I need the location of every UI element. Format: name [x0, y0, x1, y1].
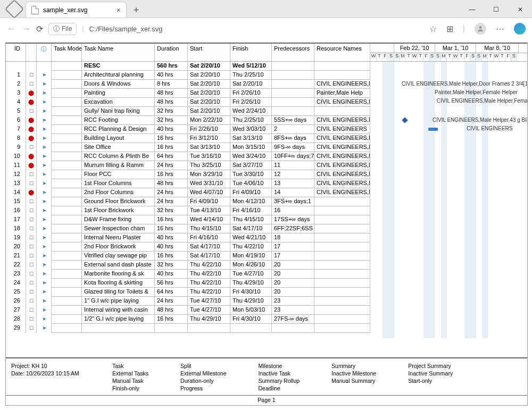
start-cell: Sat 2/20/10: [188, 98, 230, 107]
url-scheme-badge[interactable]: ⓘ File: [48, 23, 77, 35]
task-name-cell: Painting: [82, 89, 155, 98]
task-name-cell: [82, 324, 155, 333]
col-id[interactable]: ID: [6, 44, 26, 61]
favorite-icon[interactable]: ☆: [429, 24, 437, 34]
auto-indicator-icon: ☐: [29, 271, 34, 277]
browser-address-bar: ← → ⟳ ⓘ File | C:/Files/sample_xer.svg ☆…: [0, 18, 532, 39]
page-number: Page 1: [6, 395, 527, 403]
back-icon[interactable]: ←: [6, 23, 16, 35]
profile-avatar[interactable]: [475, 23, 486, 35]
finish-cell: Thu 4/29/10: [230, 279, 272, 288]
res-cell: [314, 197, 370, 206]
auto-indicator-icon: ☐: [29, 72, 34, 78]
finish-cell: Fri 2/26/10: [230, 98, 272, 107]
task-mode-icon: ➤: [42, 108, 46, 114]
task-mode-icon: ➤: [42, 180, 46, 186]
finish-cell: Mon 5/03/10: [230, 306, 272, 315]
res-cell: [314, 206, 370, 215]
duration-cell: 56 hrs: [155, 279, 188, 288]
start-cell: Fri 3/12/10: [188, 134, 230, 143]
gantt-body: CIVIL ENGINEERS,Male Helper,Door Frames …: [371, 62, 527, 338]
col-task-name[interactable]: Task Name: [82, 44, 155, 61]
duration-cell: 24 hrs: [155, 161, 188, 170]
row-id: 27: [6, 306, 26, 315]
start-cell: Mon 3/29/10: [188, 170, 230, 179]
extensions-icon[interactable]: ⊞: [446, 24, 453, 34]
task-mode-icon: ➤: [42, 72, 46, 78]
finish-cell: Fri 4/30/10: [230, 288, 272, 297]
day-label: W: [494, 53, 500, 61]
row-id: [6, 62, 26, 71]
url-text[interactable]: C:/Files/sample_xer.svg: [89, 25, 162, 33]
day-label: T: [447, 53, 453, 61]
duration-cell: 32 hrs: [155, 206, 188, 215]
auto-indicator-icon: ☐: [29, 244, 34, 249]
row-id: 13: [6, 179, 26, 188]
col-start[interactable]: Start: [188, 44, 230, 61]
task-name-cell: Vitrified clay sewage pip: [82, 252, 155, 261]
legend-item: Duration-only: [180, 378, 226, 384]
pred-cell: 20: [272, 279, 314, 288]
res-cell: CIVIL ENGINEERS,M: [314, 152, 370, 161]
new-tab-button[interactable]: +: [129, 3, 144, 18]
col-info[interactable]: ⓘ: [37, 44, 52, 61]
task-name-cell: Excavation: [82, 98, 155, 107]
task-mode-icon: ➤: [42, 216, 46, 222]
col-predecessors[interactable]: Predecessors: [272, 44, 314, 61]
finish-cell: Tue 4/27/10: [230, 270, 272, 279]
start-cell: Tue 4/27/10: [188, 297, 230, 306]
res-cell: [314, 71, 370, 80]
duration-cell: 64 hrs: [155, 152, 188, 161]
pred-cell: 17: [272, 242, 314, 252]
month-label: Feb 22, '10: [394, 44, 435, 53]
day-label: M: [400, 53, 406, 61]
start-cell: Wed 4/07/10: [188, 188, 230, 197]
row-id: 24: [6, 279, 26, 288]
finish-cell: Sat 2/20/10: [230, 80, 272, 89]
tab-close-icon[interactable]: ×: [117, 6, 121, 14]
duration-cell: 32 hrs: [155, 116, 188, 125]
res-cell: CIVIL ENGINEERS,M: [314, 80, 370, 89]
task-name-cell: Gully/ Nani trap fixing: [82, 107, 155, 116]
duration-cell: [155, 324, 188, 333]
finish-cell: Mon 4/26/10: [230, 261, 272, 270]
col-duration[interactable]: Duration: [155, 44, 188, 61]
day-label: F: [464, 53, 470, 61]
day-label: F: [423, 53, 429, 61]
duration-cell: 16 hrs: [155, 252, 188, 261]
row-id: 9: [6, 143, 26, 152]
auto-indicator-icon: ☐: [29, 280, 34, 286]
window-maximize-button[interactable]: ☐: [484, 2, 508, 18]
day-label: S: [394, 53, 400, 61]
finish-cell: Sat 3/27/10: [230, 161, 272, 170]
task-name-cell: Sewer Inspection cham: [82, 224, 155, 233]
finish-cell: Mon 3/15/10: [230, 143, 272, 152]
col-mode[interactable]: Task Mode: [52, 44, 82, 61]
auto-indicator-icon: ☐: [29, 145, 34, 150]
pred-cell: 14: [272, 188, 314, 197]
col-indicator[interactable]: [26, 44, 37, 61]
reload-icon[interactable]: ⟳: [36, 24, 43, 34]
col-resources[interactable]: Resource Names: [314, 44, 370, 61]
col-finish[interactable]: Finish: [230, 44, 272, 61]
row-id: 11: [6, 161, 26, 170]
res-cell: [314, 324, 370, 333]
res-cell: CIVIL ENGINEERS,M: [314, 170, 370, 179]
day-label: F: [383, 53, 388, 61]
task-name-cell: 2nd Floor Columns: [82, 188, 155, 197]
manual-indicator-icon: ⬤: [28, 126, 34, 132]
duration-cell: 16 hrs: [155, 315, 188, 324]
pred-cell: [272, 89, 314, 98]
res-cell: [314, 306, 370, 315]
task-name-cell: D&W Frame fixing: [82, 215, 155, 224]
finish-cell: Tue 3/30/10: [230, 170, 272, 179]
duration-cell: 40 hrs: [155, 71, 188, 80]
more-icon[interactable]: ⋯: [496, 24, 504, 34]
browser-tab[interactable]: sample_xer.svg ×: [26, 2, 127, 18]
window-minimize-button[interactable]: —: [460, 2, 484, 18]
auto-indicator-icon: ☐: [29, 199, 34, 204]
window-close-button[interactable]: ✕: [508, 2, 532, 18]
copilot-icon[interactable]: [514, 23, 526, 35]
row-id: 22: [6, 261, 26, 270]
task-mode-icon: ➤: [42, 90, 46, 96]
